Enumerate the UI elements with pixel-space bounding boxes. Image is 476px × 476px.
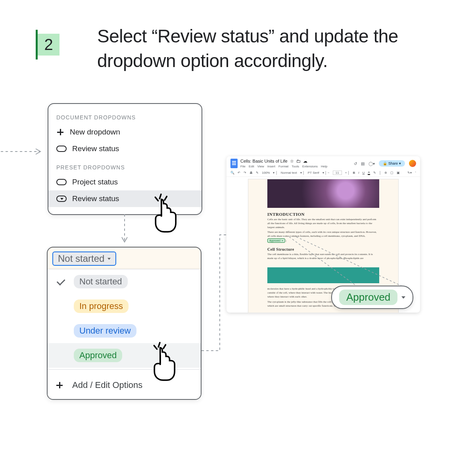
docs-logo-icon	[230, 159, 238, 168]
menu-help[interactable]: Help	[321, 165, 327, 168]
heading-structure: Cell Structure	[267, 247, 379, 251]
current-status-label: Not started	[58, 253, 104, 264]
hero-image	[267, 179, 379, 208]
teal-block	[267, 267, 379, 283]
review-status-label-preset: Review status	[72, 194, 119, 203]
comment-icon[interactable]: ▢	[390, 171, 393, 175]
undo-icon[interactable]: ↶	[238, 171, 240, 175]
menu-view[interactable]: View	[257, 165, 264, 168]
avatar[interactable]	[409, 160, 416, 167]
search-icon[interactable]: 🔍	[230, 171, 234, 175]
link-icon[interactable]: ⊕	[384, 171, 387, 175]
menu-file[interactable]: File	[240, 165, 246, 168]
option-not-started[interactable]: Not started	[48, 269, 201, 294]
options-panel: Not started Not started In progress Unde…	[47, 247, 202, 400]
options-popup: Not started In progress Under review App…	[48, 269, 201, 399]
highlight-icon[interactable]: ✎	[373, 171, 376, 175]
caret-icon	[401, 296, 405, 299]
print-icon[interactable]: 🖶	[250, 171, 253, 175]
instruction-text: Select “Review status” and update the dr…	[97, 24, 442, 73]
menu-tools[interactable]: Tools	[292, 165, 299, 168]
menu-format[interactable]: Format	[278, 165, 288, 168]
para-intro-2: There are many different types of cells,…	[267, 230, 379, 243]
review-status-label-doc: Review status	[72, 144, 119, 153]
project-status-label: Project status	[72, 178, 118, 186]
step-badge: 2	[38, 34, 60, 56]
add-edit-label: Add / Edit Options	[72, 380, 142, 390]
style-select[interactable]: Normal text	[281, 171, 297, 175]
docs-toolbar: 🔍 ↶ ↷ 🖶 ✎ 100%▾ │ Normal text▾ │ PT Seri…	[226, 169, 420, 177]
editing-icon[interactable]: ✎▾	[407, 171, 412, 175]
paint-icon[interactable]: ✎	[256, 171, 259, 175]
mini-caret-icon	[282, 240, 283, 241]
new-dropdown-label: New dropdown	[70, 128, 120, 136]
chip-not-started: Not started	[74, 275, 128, 288]
caret-icon	[107, 258, 111, 260]
approved-callout-chip[interactable]: Approved	[339, 290, 397, 305]
dropdown-menu-panel: DOCUMENT DROPDOWNS New dropdown Review s…	[48, 103, 202, 215]
zoom-select[interactable]: 100%	[262, 171, 270, 175]
italic-icon[interactable]: I	[358, 171, 359, 175]
plus-icon	[56, 128, 64, 136]
docs-header: Cells: Basic Units of Life ☆ 🗀 ☁ File Ed…	[226, 156, 420, 169]
step-number: 2	[44, 36, 53, 54]
para-intro-1: Cells are the basic unit of life. They a…	[267, 218, 379, 229]
comments-icon[interactable]: ▤	[361, 161, 365, 166]
docs-title: Cells: Basic Units of Life ☆ 🗀 ☁	[240, 159, 351, 164]
chip-icon	[56, 179, 67, 185]
menu-insert[interactable]: Insert	[267, 165, 275, 168]
document-dropdowns-header: DOCUMENT DROPDOWNS	[48, 111, 202, 124]
approved-callout: Approved	[331, 286, 413, 309]
arrow-between-panels	[121, 214, 129, 247]
option-approved[interactable]: Approved	[48, 343, 201, 368]
menu-edit[interactable]: Edit	[249, 165, 254, 168]
project-status-item[interactable]: Project status	[48, 174, 202, 190]
history-icon[interactable]: ↺	[354, 161, 357, 166]
review-status-item-preset[interactable]: Review status	[48, 190, 202, 207]
plus-icon	[56, 381, 63, 389]
chip-approved: Approved	[74, 349, 122, 362]
arrow-to-panel1	[0, 147, 48, 156]
underline-icon[interactable]: U	[363, 171, 365, 175]
collapse-icon[interactable]: ˆ	[415, 171, 416, 175]
meet-icon[interactable]: ◯▾	[369, 161, 375, 166]
divider	[48, 369, 201, 370]
chip-under-review: Under review	[74, 324, 136, 338]
textcolor-icon[interactable]: A	[368, 171, 370, 175]
review-status-item-doc[interactable]: Review status	[48, 140, 202, 157]
check-icon	[55, 278, 66, 285]
font-size[interactable]: 11	[333, 171, 342, 175]
redo-icon[interactable]: ↷	[244, 171, 246, 175]
share-button[interactable]: 🔒 Share ▾	[379, 160, 405, 167]
add-edit-options[interactable]: Add / Edit Options	[48, 371, 201, 399]
para-structure-1: The cell membrane is a thin, flexible la…	[267, 253, 379, 261]
preset-dropdowns-header: PRESET DROPDOWNS	[48, 161, 202, 174]
image-icon[interactable]: ▣	[397, 171, 400, 175]
option-in-progress[interactable]: In progress	[48, 294, 201, 319]
inline-approved-chip[interactable]: Approved	[267, 238, 285, 243]
chip-in-progress: In progress	[74, 299, 129, 313]
font-select[interactable]: PT Serif	[308, 171, 319, 175]
chip-caret-icon	[56, 196, 67, 202]
chip-icon	[56, 146, 67, 152]
current-status-chip[interactable]: Not started	[52, 251, 116, 266]
bold-icon[interactable]: B	[353, 171, 355, 175]
menu-extensions[interactable]: Extensions	[302, 165, 318, 168]
heading-intro: INTRODUCTION	[267, 212, 379, 217]
docs-menus: File Edit View Insert Format Tools Exten…	[240, 165, 351, 168]
option-under-review[interactable]: Under review	[48, 319, 201, 343]
new-dropdown-item[interactable]: New dropdown	[48, 124, 202, 140]
